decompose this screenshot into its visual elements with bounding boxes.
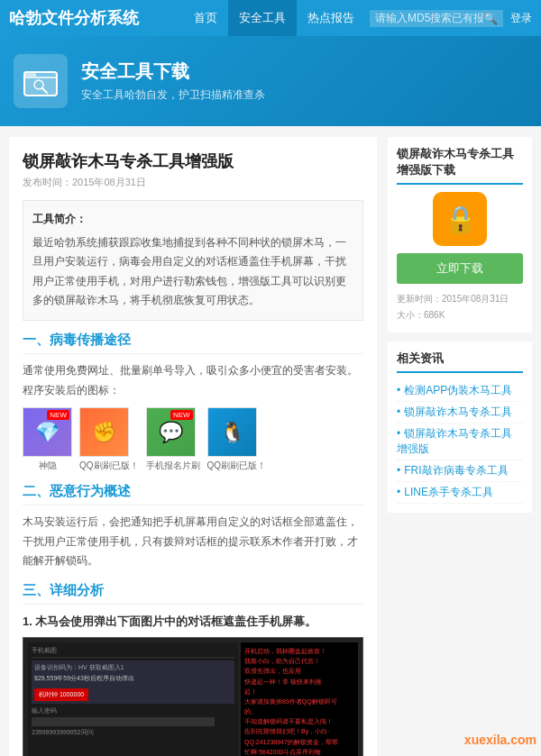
- list-item: 💬 NEW 手机报名片刷: [146, 407, 200, 472]
- list-item: 🐧 QQ刷刷已版！: [207, 407, 267, 472]
- app-label-0: 神隐: [23, 460, 72, 472]
- related-link-1[interactable]: 锁屏敲诈木马专杀工具: [397, 402, 523, 424]
- sidebar-download-box: 锁屏敲诈木马专杀工具增强版下载 🔒 立即下载 更新时间：2015年08月31日 …: [388, 137, 532, 332]
- screenshot-left: 手机截图 设备识别码为：HV 获取截图入1 $29,559年59分43秒后程序自…: [28, 642, 238, 756]
- download-app-icon: 🔒: [433, 192, 487, 246]
- sidebar-related-box: 相关资讯 检测APP伪装木马工具 锁屏敲诈木马专杀工具 锁屏敲诈木马专杀工具增强…: [388, 342, 532, 513]
- sidebar-dl-title: 锁屏敲诈木马专杀工具增强版下载: [397, 146, 523, 185]
- nav-security-tools[interactable]: 安全工具: [228, 0, 297, 36]
- section2-text: 木马安装运行后，会把通知把手机屏幕用自定义的对话框全部遮盖住，干扰用户正常使用手…: [23, 513, 363, 571]
- watermark: xuexila.com: [464, 733, 536, 747]
- banner-icon: [14, 54, 68, 108]
- search-box: 🔍: [370, 10, 503, 27]
- related-link-2[interactable]: 锁屏敲诈木马专杀工具增强版: [397, 424, 523, 460]
- list-item: ✊ QQ刷刷已版！: [79, 407, 139, 472]
- list-item: 💎 NEW 神隐: [23, 407, 72, 472]
- intro-title: 工具简介：: [32, 210, 353, 230]
- banner-title: 安全工具下载: [81, 59, 265, 84]
- article-date: 发布时间：2015年08月31日: [23, 176, 363, 189]
- section1-title: 一、病毒传播途径: [23, 332, 363, 354]
- login-button[interactable]: 登录: [510, 11, 532, 26]
- search-icon[interactable]: 🔍: [483, 12, 498, 25]
- nav-home[interactable]: 首页: [183, 0, 228, 36]
- header: 哈勃文件分析系统 首页 安全工具 热点报告 🔍 登录: [0, 0, 541, 36]
- detail1-label: 1. 木马会使用弹出下面图片中的对话框遮盖住手机屏幕。: [23, 614, 363, 630]
- section3-title: 三、详细分析: [23, 582, 363, 605]
- article-title: 锁屏敲诈木马专杀工具增强版: [23, 150, 363, 172]
- app-label-1: QQ刷刷已版！: [79, 460, 139, 472]
- app-icon-chat: 💬 NEW: [146, 407, 196, 457]
- download-button[interactable]: 立即下载: [397, 253, 523, 284]
- related-link-0[interactable]: 检测APP伪装木马工具: [397, 380, 523, 402]
- app-icons-row: 💎 NEW 神隐 ✊ QQ刷刷已版！ 💬 NEW 手机报名片刷: [23, 407, 363, 472]
- article-content: 锁屏敲诈木马专杀工具增强版 发布时间：2015年08月31日 工具简介： 最近哈…: [9, 137, 377, 756]
- banner-subtitle: 安全工具哈勃自发，护卫扫描精准查杀: [81, 87, 265, 103]
- nav: 首页 安全工具 热点报告: [183, 0, 365, 36]
- dl-update-time: 更新时间：2015年08月31日: [397, 291, 523, 307]
- download-meta: 更新时间：2015年08月31日 大小：686K: [397, 291, 523, 323]
- related-link-3[interactable]: FRI敲诈病毒专杀工具: [397, 460, 523, 482]
- app-label-2: 手机报名片刷: [146, 460, 200, 472]
- app-icon-qq: 🐧: [207, 407, 257, 457]
- screenshot-right: 开机启动，我杯圈盒起效攻！ 我靠小白，助为自己代言！ 双滑先弹出，也应用 快递起…: [241, 642, 358, 756]
- app-label-3: QQ刷刷已版！: [207, 460, 267, 472]
- section1-text: 通常使用免费网址、批量刷单号导入，吸引众多小便宜的受害者安装。程序安装后的图标：: [23, 361, 363, 400]
- dl-size: 大小：686K: [397, 307, 523, 323]
- banner-text: 安全工具下载 安全工具哈勃自发，护卫扫描精准查杀: [81, 59, 265, 103]
- intro-text: 最近哈勃系统捕获跟踪收集地捕捉到各种不同种状的锁屏木马，一旦用户安装运行，病毒会…: [32, 236, 346, 307]
- search-input[interactable]: [375, 12, 483, 24]
- sidebar: 锁屏敲诈木马专杀工具增强版下载 🔒 立即下载 更新时间：2015年08月31日 …: [388, 137, 532, 756]
- screenshot-area: 手机截图 设备识别码为：HV 获取截图入1 $29,559年59分43秒后程序自…: [23, 637, 363, 756]
- article-intro: 工具简介： 最近哈勃系统捕获跟踪收集地捕捉到各种不同种状的锁屏木马，一旦用户安装…: [23, 200, 363, 321]
- section2-title: 二、恶意行为概述: [23, 483, 363, 506]
- folder-search-icon: [23, 63, 59, 99]
- logo: 哈勃文件分析系统: [9, 7, 183, 29]
- related-link-4[interactable]: LINE杀手专杀工具: [397, 482, 523, 504]
- app-icon-diamond: 💎 NEW: [23, 407, 72, 457]
- related-title: 相关资讯: [397, 351, 523, 373]
- banner: 安全工具下载 安全工具哈勃自发，护卫扫描精准查杀: [0, 36, 541, 126]
- main-layout: 锁屏敲诈木马专杀工具增强版 发布时间：2015年08月31日 工具简介： 最近哈…: [0, 126, 541, 756]
- nav-hot-reports[interactable]: 热点报告: [297, 0, 365, 36]
- app-icon-fist: ✊: [79, 407, 129, 457]
